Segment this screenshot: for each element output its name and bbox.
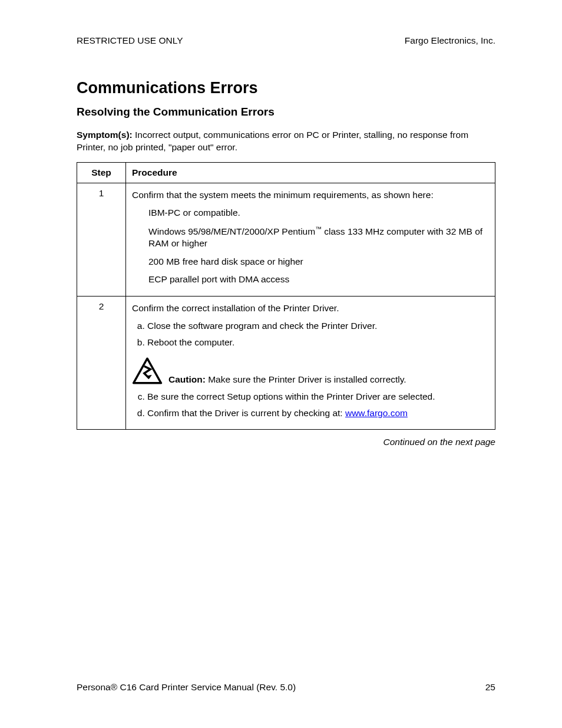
substep-list: Close the software program and check the…: [132, 320, 489, 348]
page-header: RESTRICTED USE ONLY Fargo Electronics, I…: [77, 35, 495, 46]
row2-d-pre: Confirm that the Driver is current by ch…: [147, 408, 345, 418]
trademark-symbol: ™: [315, 225, 322, 232]
footer-left: Persona® C16 Card Printer Service Manual…: [77, 682, 296, 693]
list-item: IBM-PC or compatible.: [148, 207, 489, 219]
table-row: 1 Confirm that the system meets the mini…: [77, 183, 495, 296]
symptoms-paragraph: Symptom(s): Incorrect output, communicat…: [77, 129, 495, 154]
req-b-pre: Windows 95/98/ME/NT/2000/XP Pentium: [148, 226, 315, 236]
continued-note: Continued on the next page: [77, 437, 495, 447]
caution-icon: [132, 357, 163, 385]
col-header-step: Step: [77, 162, 126, 183]
list-item: Be sure the correct Setup options within…: [147, 391, 489, 403]
symptoms-label: Symptom(s):: [77, 130, 133, 140]
list-item: Reboot the computer.: [147, 337, 489, 348]
col-header-procedure: Procedure: [126, 162, 495, 183]
registered-symbol: ®: [111, 682, 117, 692]
list-item: Close the software program and check the…: [147, 320, 489, 332]
list-item: ECP parallel port with DMA access: [148, 274, 489, 285]
caution-text-wrap: Caution: Make sure the Printer Driver is…: [168, 374, 406, 385]
requirements-list: IBM-PC or compatible. Windows 95/98/ME/N…: [132, 207, 489, 285]
footer-left-pre: Persona: [77, 682, 111, 692]
page: RESTRICTED USE ONLY Fargo Electronics, I…: [0, 0, 562, 728]
symptoms-text: Incorrect output, communications error o…: [77, 130, 468, 152]
footer-left-post: C16 Card Printer Service Manual (Rev. 5.…: [117, 682, 296, 692]
header-left: RESTRICTED USE ONLY: [77, 35, 183, 46]
procedure-cell: Confirm that the system meets the minimu…: [126, 183, 495, 296]
procedure-cell: Confirm the correct installation of the …: [126, 296, 495, 429]
fargo-link[interactable]: www.fargo.com: [345, 408, 408, 418]
header-right: Fargo Electronics, Inc.: [405, 35, 495, 46]
step-number: 2: [77, 296, 126, 429]
caution-text: Make sure the Printer Driver is installe…: [206, 374, 406, 384]
table-row: 2 Confirm the correct installation of th…: [77, 296, 495, 429]
page-number: 25: [485, 682, 495, 693]
row2-intro: Confirm the correct installation of the …: [132, 302, 489, 314]
section-title: Communications Errors: [77, 79, 495, 97]
row1-intro: Confirm that the system meets the minimu…: [132, 189, 489, 201]
page-footer: Persona® C16 Card Printer Service Manual…: [77, 682, 495, 693]
substep-list-cont: Be sure the correct Setup options within…: [132, 391, 489, 419]
list-item: 200 MB free hard disk space or higher: [148, 256, 489, 268]
section-subtitle: Resolving the Communication Errors: [77, 106, 495, 118]
step-number: 1: [77, 183, 126, 296]
caution-label: Caution:: [168, 374, 206, 384]
procedure-table: Step Procedure 1 Confirm that the system…: [77, 162, 495, 430]
list-item: Windows 95/98/ME/NT/2000/XP Pentium™ cla…: [148, 225, 489, 249]
list-item: Confirm that the Driver is current by ch…: [147, 407, 489, 419]
caution-block: Caution: Make sure the Printer Driver is…: [132, 357, 489, 385]
